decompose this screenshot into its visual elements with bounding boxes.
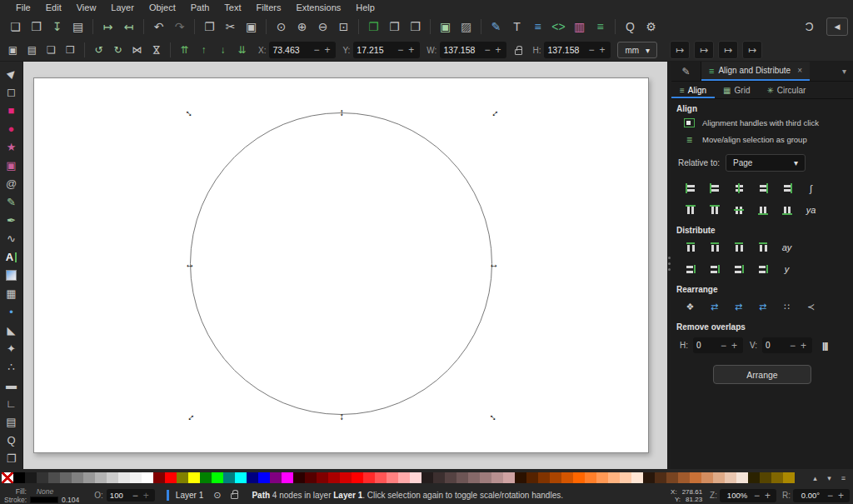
scale-corners-toggle[interactable]: ↦: [694, 41, 714, 59]
randomize-positions-button[interactable]: ∷: [775, 297, 799, 316]
menu-item[interactable]: Layer: [103, 2, 142, 12]
height-decrement-button[interactable]: −: [586, 44, 596, 56]
zoom-input[interactable]: 100% − +: [720, 489, 776, 502]
scale-stroke-toggle[interactable]: ↦: [670, 41, 690, 59]
dropper-tool[interactable]: •: [2, 302, 22, 321]
palette-swatch[interactable]: [165, 472, 177, 483]
close-icon[interactable]: ×: [797, 66, 802, 75]
snap-toggle-icon[interactable]: Ɔ: [799, 17, 820, 37]
text-baseline-button[interactable]: ya: [799, 201, 823, 219]
palette-swatch[interactable]: [713, 472, 725, 483]
palette-swatch[interactable]: [328, 472, 340, 483]
measure-tool[interactable]: ▤: [2, 412, 22, 431]
move-as-group-toggle[interactable]: ≡ Move/align selection as group: [671, 131, 853, 148]
unclump-button[interactable]: ≺: [799, 297, 823, 316]
palette-swatch[interactable]: [130, 472, 142, 483]
box3d-tool[interactable]: ▣: [2, 156, 22, 174]
pencil-tool[interactable]: ✎: [2, 192, 22, 211]
palette-swatch[interactable]: [643, 472, 655, 483]
gradient-tool[interactable]: [2, 266, 22, 284]
palette-swatch[interactable]: [608, 472, 620, 483]
pages-tool[interactable]: ❐: [2, 449, 22, 467]
graph-layout-button[interactable]: ❖: [678, 297, 702, 316]
ungroup-icon[interactable]: ▨: [456, 17, 476, 37]
palette-swatch[interactable]: [631, 472, 643, 483]
selection-handle-s[interactable]: ↕: [339, 412, 344, 422]
palette-swatch[interactable]: [317, 472, 328, 483]
palette-scroll-up[interactable]: ▴: [809, 472, 821, 484]
h-gap-decrement-button[interactable]: −: [718, 340, 729, 352]
rotation-decrement-button[interactable]: −: [825, 490, 836, 502]
menu-item[interactable]: Path: [183, 2, 217, 12]
palette-scroll-down[interactable]: ▾: [823, 472, 836, 484]
zoom-increment-button[interactable]: +: [762, 490, 773, 502]
exchange-clockwise-button[interactable]: ⇄: [751, 297, 775, 316]
raise-icon[interactable]: ↑: [194, 42, 213, 59]
import-icon[interactable]: ↦: [97, 17, 118, 37]
palette-swatch[interactable]: [410, 472, 422, 483]
distribute-centers-horizontally-button[interactable]: [702, 238, 726, 257]
palette-swatch[interactable]: [725, 472, 736, 483]
opacity-input[interactable]: 100 − +: [107, 489, 155, 502]
palette-swatch[interactable]: [363, 472, 375, 483]
palette-swatch[interactable]: [118, 472, 130, 483]
menu-item[interactable]: Extensions: [288, 2, 348, 12]
width-input[interactable]: 137.158 − +: [440, 42, 506, 58]
distribute-centers-vertically-button[interactable]: [702, 260, 726, 278]
mesh-tool[interactable]: ▦: [2, 284, 22, 302]
ellipse-shape[interactable]: [190, 112, 492, 415]
export-icon[interactable]: ↤: [118, 17, 139, 37]
distribute-left-edges-button[interactable]: [678, 238, 702, 257]
palette-swatch[interactable]: [538, 472, 550, 483]
selection-handle-e[interactable]: ↔: [489, 259, 499, 269]
fill-stroke-dialog-tab[interactable]: ✎: [671, 62, 701, 81]
zoom-decrement-button[interactable]: −: [751, 490, 762, 502]
palette-swatch[interactable]: [701, 472, 713, 483]
palette-swatch[interactable]: [398, 472, 410, 483]
h-gap-input[interactable]: 0 − +: [693, 337, 743, 353]
distribute-equal-horizontal-gaps-button[interactable]: [751, 238, 775, 257]
selector-tool[interactable]: ▶: [2, 64, 22, 82]
cut-icon[interactable]: ✂: [220, 17, 241, 37]
snap-bar-collapse-button[interactable]: ◀: [826, 17, 848, 36]
layers-dialog-icon[interactable]: ≡: [590, 17, 611, 37]
spiral-tool[interactable]: @: [2, 174, 22, 192]
undo-icon[interactable]: ↶: [148, 17, 169, 37]
palette-swatch[interactable]: [678, 472, 690, 483]
rectangle-tool[interactable]: ■: [2, 101, 22, 119]
distribute-equal-vertical-gaps-button[interactable]: [751, 260, 775, 278]
v-gap-increment-button[interactable]: +: [798, 340, 809, 352]
palette-swatch[interactable]: [95, 472, 107, 483]
connector-tool[interactable]: ∟: [2, 394, 22, 412]
ellipse-tool[interactable]: ●: [2, 119, 22, 137]
node-tool[interactable]: ◻: [2, 82, 22, 101]
palette-swatch[interactable]: [655, 472, 666, 483]
create-clone-icon[interactable]: ❐: [384, 17, 405, 37]
palette-swatch[interactable]: [25, 472, 37, 483]
width-increment-button[interactable]: +: [492, 44, 503, 56]
chevron-down-icon[interactable]: ▾: [836, 67, 853, 76]
xml-editor-icon[interactable]: <>: [548, 17, 569, 37]
align-dialog-icon[interactable]: ≡: [527, 17, 548, 37]
unlink-clone-icon[interactable]: ❒: [405, 17, 426, 37]
remove-overlaps-icon[interactable]: |||: [822, 341, 827, 351]
palette-swatch[interactable]: [13, 472, 25, 483]
open-document-icon[interactable]: ❒: [26, 17, 47, 37]
text-dialog-icon[interactable]: T: [506, 17, 527, 37]
rotate-ccw-icon[interactable]: ↺: [89, 42, 108, 59]
selection-handle-w[interactable]: ↔: [185, 259, 195, 269]
flip-vertical-icon[interactable]: ⋈: [147, 42, 166, 59]
palette-swatch[interactable]: [212, 472, 223, 483]
palette-swatch[interactable]: [305, 472, 317, 483]
palette-swatch[interactable]: [503, 472, 515, 483]
selection-cue-icon[interactable]: ❒: [61, 42, 80, 59]
move-gradients-toggle[interactable]: ↦: [718, 41, 738, 59]
duplicate-icon[interactable]: ❐: [363, 17, 384, 37]
menu-item[interactable]: Text: [217, 2, 248, 12]
palette-swatch[interactable]: [748, 472, 760, 483]
x-increment-button[interactable]: +: [322, 44, 332, 56]
paste-icon[interactable]: ▣: [241, 17, 262, 37]
width-decrement-button[interactable]: −: [481, 44, 492, 56]
align-distribute-dialog-tab[interactable]: ≡ Align and Distribute ×: [701, 62, 810, 81]
palette-swatch[interactable]: [422, 472, 433, 483]
